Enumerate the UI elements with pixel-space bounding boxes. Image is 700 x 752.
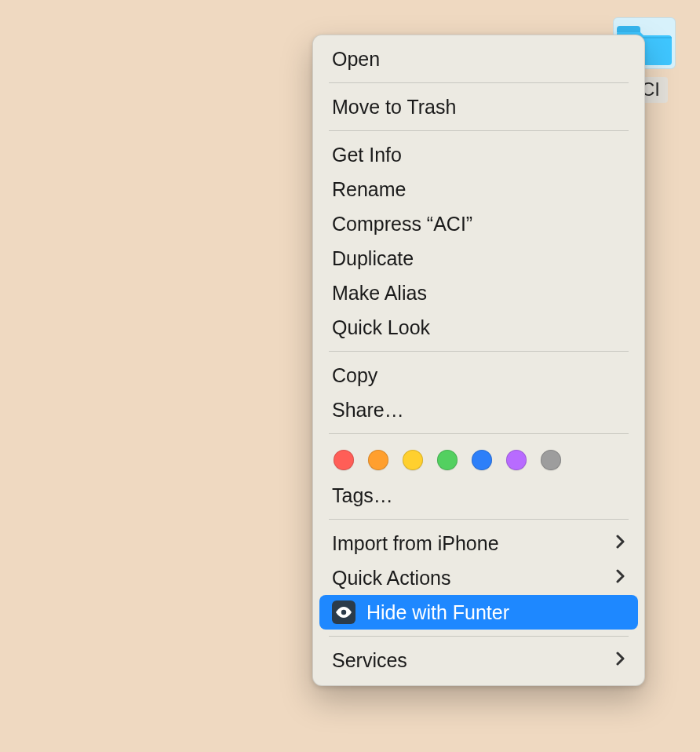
menu-item-label: Copy — [332, 358, 625, 392]
chevron-right-icon — [616, 560, 625, 595]
menu-item-label: Hide with Funter — [366, 595, 625, 630]
menu-item-label: Get Info — [332, 137, 625, 172]
menu-item-share[interactable]: Share… — [313, 392, 644, 427]
menu-item-label: Move to Trash — [332, 89, 625, 124]
menu-separator — [329, 130, 629, 131]
tags-color-row — [313, 440, 644, 478]
menu-item-label: Make Alias — [332, 276, 625, 310]
menu-item-make-alias[interactable]: Make Alias — [313, 276, 644, 310]
tag-gray[interactable] — [541, 450, 561, 470]
menu-item-label: Tags… — [332, 478, 625, 513]
menu-item-get-info[interactable]: Get Info — [313, 137, 644, 172]
menu-item-hide-with-funter[interactable]: Hide with Funter — [319, 595, 638, 630]
menu-item-quick-actions[interactable]: Quick Actions — [313, 560, 644, 595]
menu-item-move-to-trash[interactable]: Move to Trash — [313, 89, 644, 124]
menu-item-label: Rename — [332, 172, 625, 206]
menu-separator — [329, 433, 629, 434]
menu-item-label: Quick Actions — [332, 560, 605, 595]
menu-item-duplicate[interactable]: Duplicate — [313, 241, 644, 276]
svg-point-1 — [341, 610, 346, 615]
menu-item-label: Duplicate — [332, 241, 625, 276]
menu-item-import-from-iphone[interactable]: Import from iPhone — [313, 526, 644, 560]
menu-separator — [329, 519, 629, 520]
menu-item-tags[interactable]: Tags… — [313, 478, 644, 513]
menu-item-label: Services — [332, 643, 605, 677]
context-menu: Open Move to Trash Get Info Rename Compr… — [312, 35, 645, 686]
menu-separator — [329, 351, 629, 352]
tag-red[interactable] — [334, 450, 354, 470]
menu-item-label: Compress “ACI” — [332, 206, 625, 241]
chevron-right-icon — [616, 526, 625, 560]
menu-item-label: Quick Look — [332, 310, 625, 345]
menu-item-copy[interactable]: Copy — [313, 358, 644, 392]
tag-purple[interactable] — [506, 450, 527, 470]
tag-blue[interactable] — [472, 450, 492, 470]
menu-item-quick-look[interactable]: Quick Look — [313, 310, 644, 345]
menu-item-rename[interactable]: Rename — [313, 172, 644, 206]
tag-orange[interactable] — [368, 450, 388, 470]
menu-separator — [329, 82, 629, 83]
menu-item-label: Import from iPhone — [332, 526, 605, 560]
tag-yellow[interactable] — [403, 450, 423, 470]
menu-item-label: Share… — [332, 392, 625, 427]
menu-item-compress[interactable]: Compress “ACI” — [313, 206, 644, 241]
menu-item-services[interactable]: Services — [313, 643, 644, 677]
menu-item-label: Open — [332, 42, 625, 76]
menu-item-open[interactable]: Open — [313, 42, 644, 76]
chevron-right-icon — [616, 643, 625, 677]
funter-app-icon — [332, 601, 355, 624]
tag-green[interactable] — [437, 450, 458, 470]
menu-separator — [329, 636, 629, 637]
